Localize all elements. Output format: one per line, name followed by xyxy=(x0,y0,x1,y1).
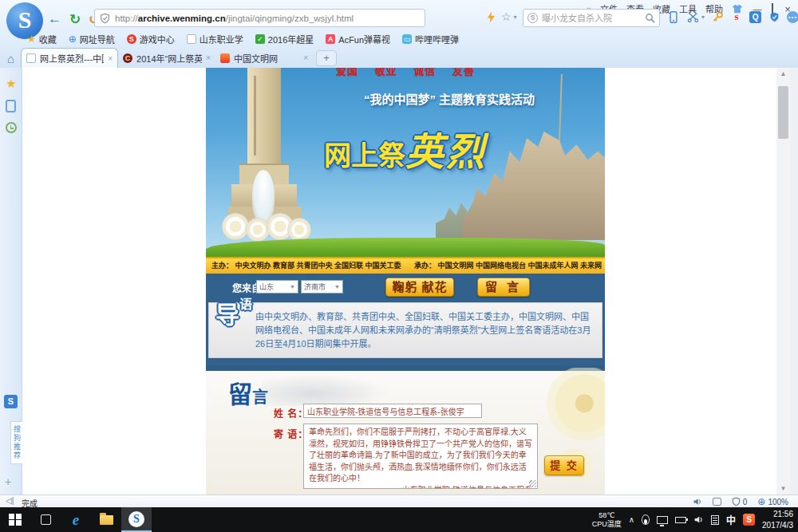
tab-2014-wsjyl[interactable]: C 2014年“网上祭英烈” × xyxy=(118,48,215,68)
page-icon xyxy=(187,34,196,44)
sogou-icon: S xyxy=(128,511,144,527)
speed-mode-icon[interactable] xyxy=(487,11,496,23)
bookmark-sdzy[interactable]: 山东职业学 xyxy=(187,33,243,45)
resize-grip-icon[interactable] xyxy=(529,480,536,487)
watermark xyxy=(262,374,389,406)
site-security-icon[interactable] xyxy=(100,13,110,24)
autofill-icon[interactable] xyxy=(713,498,721,506)
security-shield-icon[interactable] xyxy=(768,10,780,23)
display-tray-icon[interactable] xyxy=(657,516,668,524)
qq-tray-icon[interactable] xyxy=(642,514,650,525)
province-select[interactable]: 山东▼ xyxy=(256,280,298,294)
zoom-control[interactable]: ⊕ 100% xyxy=(757,496,788,507)
bookmark-chaoxing[interactable]: ✓ 2016年超星 xyxy=(255,33,314,45)
tab-close-icon[interactable]: × xyxy=(108,54,113,63)
file-explorer-button[interactable] xyxy=(91,507,121,532)
browser-side-rail: ★ S 搜狗推荐 + xyxy=(0,68,22,495)
banner: 爱国 敬业 诚信 友善 “我的中国梦” 主题教育实践活动 网上祭英烈 xyxy=(206,68,605,257)
tab-close-icon[interactable]: × xyxy=(303,53,308,62)
new-tab-button[interactable]: + xyxy=(316,50,337,66)
bookmark-favorites[interactable]: ★ 收藏 xyxy=(27,33,57,45)
url-text[interactable]: http://archive.wenming.cn/jingtai/qingmi… xyxy=(115,14,354,23)
search-box[interactable]: S xyxy=(523,9,660,27)
bookmark-acfun[interactable]: A AcFun弹幕视 xyxy=(326,33,390,45)
start-button[interactable] xyxy=(0,507,30,532)
system-tray: 58℃ CPU温度 ∧ 中 S 21:56 2017/4/3 xyxy=(592,507,796,532)
bookmark-bilibili[interactable]: ▭ 哔哩哔哩弹 xyxy=(402,33,459,45)
volume-tray-icon[interactable] xyxy=(693,514,704,525)
wreath xyxy=(222,213,249,240)
sogou-browser-taskbar-button[interactable]: S xyxy=(121,507,152,532)
tab-wenming-icon xyxy=(220,53,230,63)
intro-section: 导语 由中央文明办、教育部、共青团中央、全国妇联、中国关工委主办，中国文明网、中… xyxy=(206,301,605,365)
submit-button[interactable]: 提 交 xyxy=(544,455,584,475)
banner-title: 网上祭英烈 xyxy=(324,120,487,176)
scrollbar-thumb[interactable] xyxy=(778,86,788,139)
password-key-icon[interactable] xyxy=(711,10,724,23)
action-band: 您来自: 山东▼ 济南市▼ 鞠躬 献花 留 言 xyxy=(206,274,605,301)
bow-flower-button[interactable]: 鞠躬 献花 xyxy=(385,278,454,297)
bookmark-game-center[interactable]: S 游戏中心 xyxy=(127,33,175,45)
sogou-service-icon[interactable]: s xyxy=(730,10,743,23)
search-magnifier-icon[interactable] xyxy=(645,13,655,23)
more-extensions-icon[interactable]: ••• xyxy=(787,11,798,23)
acfun-icon: A xyxy=(326,34,335,44)
refresh-button[interactable]: ↻ xyxy=(69,11,81,28)
screenshot-scissors-icon[interactable] xyxy=(686,10,699,23)
name-input[interactable] xyxy=(303,404,482,418)
scroll-down-icon[interactable]: ▼ xyxy=(776,483,790,495)
browser-chrome: S » 文件 查看 收藏 工具 帮助 — × ← ↻ ↺ ▾ http://ar… xyxy=(0,0,798,68)
task-view-button[interactable] xyxy=(30,507,61,532)
vertical-scrollbar[interactable]: ▲ ▼ xyxy=(776,68,790,495)
reader-icon[interactable]: Q xyxy=(749,11,761,23)
chaoxing-icon: ✓ xyxy=(255,34,265,44)
add-panel-icon[interactable]: + xyxy=(5,475,11,488)
send-to-phone-icon[interactable] xyxy=(667,10,680,23)
bookmarks-bar: ★ 收藏 ⊕ 网址导航 S 游戏中心 山东职业学 ✓ 2016年超星 A AcF… xyxy=(27,33,459,45)
webpage: 爱国 敬业 诚信 友善 “我的中国梦” 主题教育实践活动 网上祭英烈 xyxy=(206,68,605,495)
taskbar-clock[interactable]: 21:56 2017/4/3 xyxy=(762,509,796,530)
adblock-shield-icon[interactable]: 0 xyxy=(732,497,748,506)
intro-box: 导语 由中央文明办、教育部、共青团中央、全国妇联、中国关工委主办，中国文明网、中… xyxy=(208,302,602,358)
home-button-icon[interactable]: ⌂ xyxy=(7,52,14,65)
ime-language-indicator[interactable]: 中 xyxy=(726,513,736,526)
scroll-up-icon[interactable]: ▲ xyxy=(776,68,790,80)
mobile-panel-icon[interactable] xyxy=(6,100,16,112)
sponsor-bar: 主办： 中央文明办 教育部 共青团中央 全国妇联 中国关工委 承办： 中国文明网… xyxy=(206,257,605,274)
collapse-sidebar-icon[interactable]: ◁| xyxy=(6,496,14,505)
power-tray-icon[interactable] xyxy=(675,517,686,523)
edge-taskbar-button[interactable]: e xyxy=(61,507,91,532)
search-input[interactable] xyxy=(542,14,641,23)
tab-wsjyl[interactable]: 网上祭英烈---中国文明网 × xyxy=(21,48,118,68)
page-viewport: 爱国 敬业 诚信 友善 “我的中国梦” 主题教育实践活动 网上祭英烈 xyxy=(22,68,776,495)
city-select[interactable]: 济南市▼ xyxy=(301,280,343,294)
bookmark-nav-site[interactable]: ⊕ 网址导航 xyxy=(69,33,115,45)
intro-badge: 导语 xyxy=(215,294,252,330)
favorite-dropdown-icon[interactable]: ▾ xyxy=(514,14,517,21)
tab-cntv-icon: C xyxy=(123,53,132,63)
folder-icon xyxy=(100,515,113,525)
tray-expand-icon[interactable]: ∧ xyxy=(629,515,634,524)
notification-tray-icon[interactable] xyxy=(711,515,719,525)
history-panel-icon[interactable] xyxy=(6,122,17,133)
favorites-panel-icon[interactable]: ★ xyxy=(0,77,22,91)
leave-message-button[interactable]: 留 言 xyxy=(477,278,530,297)
wreath xyxy=(287,218,311,242)
mute-speaker-icon[interactable] xyxy=(693,497,702,506)
status-bar-tools: 0 ⊕ 100% xyxy=(693,495,788,508)
game-center-icon: S xyxy=(127,34,136,44)
scissors-dropdown-icon[interactable]: ▾ xyxy=(701,14,705,21)
favorite-star-icon[interactable]: ☆ xyxy=(501,10,512,23)
bilibili-icon: ▭ xyxy=(402,34,412,44)
cpu-temperature: 58℃ CPU温度 xyxy=(592,511,622,529)
sogou-search-icon: S xyxy=(527,13,538,23)
intro-text: 由中央文明办、教育部、共青团中央、全国妇联、中国关工委主办，中国文明网、中国网络… xyxy=(255,310,592,351)
back-button[interactable]: ← xyxy=(48,11,61,27)
tab-wenming[interactable]: 中国文明网 × xyxy=(215,48,313,68)
message-textarea[interactable]: 革命先烈们，你们不屈服于严刑拷打，不动心于高官厚禄.大义凛然，视死如归，用铮铮铁… xyxy=(303,424,538,489)
grass xyxy=(206,238,605,257)
address-bar[interactable]: http://archive.wenming.cn/jingtai/qingmi… xyxy=(94,9,425,27)
sogou-recommend-icon[interactable]: S xyxy=(4,395,18,408)
tab-close-icon[interactable]: × xyxy=(206,53,211,62)
sogou-ime-icon[interactable]: S xyxy=(743,514,755,526)
